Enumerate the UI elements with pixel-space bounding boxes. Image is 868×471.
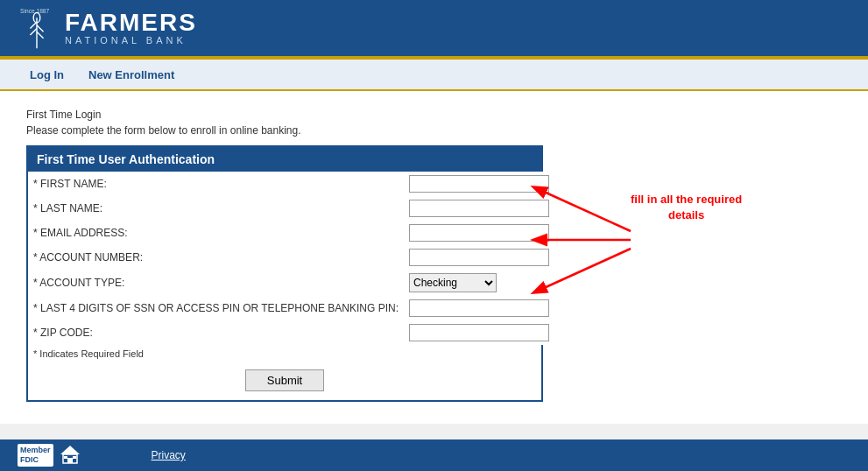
- nav-bar: Log In New Enrollment: [0, 60, 868, 91]
- equal-housing-icon: [59, 444, 81, 467]
- account-number-label: * ACCOUNT NUMBER:: [28, 245, 404, 270]
- required-note: * Indicates Required Field: [28, 345, 541, 362]
- table-row: * ACCOUNT TYPE: Checking Savings: [28, 270, 554, 296]
- logo-text: FARMERS NATIONAL BANK: [65, 11, 197, 46]
- page-description: Please complete the form below to enroll…: [26, 124, 842, 137]
- account-type-select[interactable]: Checking Savings: [409, 273, 497, 292]
- fdic-badge: Member FDIC: [18, 444, 53, 467]
- table-row: * ZIP CODE:: [28, 320, 554, 345]
- ssn-pin-label: * LAST 4 DIGITS OF SSN OR ACCESS PIN OR …: [28, 296, 404, 320]
- svg-rect-14: [64, 456, 67, 459]
- logo-farmers-text: FARMERS: [65, 11, 197, 35]
- fdic-text: FDIC: [20, 455, 51, 465]
- fdic-area: Member FDIC: [18, 444, 81, 467]
- annotation-line2: details: [668, 208, 704, 221]
- svg-rect-13: [67, 458, 73, 463]
- annotation-text: fill in all the required details: [631, 192, 742, 223]
- svg-marker-11: [60, 446, 80, 454]
- table-row: * LAST 4 DIGITS OF SSN OR ACCESS PIN OR …: [28, 296, 554, 320]
- svg-line-8: [534, 187, 631, 231]
- page-subtitle: First Time Login: [26, 109, 842, 121]
- nav-login[interactable]: Log In: [18, 61, 76, 88]
- main-content: First Time Login Please complete the for…: [0, 91, 868, 424]
- email-label: * EMAIL ADDRESS:: [28, 221, 404, 245]
- zip-code-label: * ZIP CODE:: [28, 320, 404, 345]
- last-name-label: * LAST NAME:: [28, 196, 404, 221]
- svg-line-10: [534, 249, 631, 292]
- logo-emblem-icon: Since 1887: [18, 5, 56, 51]
- form-title: First Time User Authentication: [28, 147, 541, 172]
- table-row: * FIRST NAME:: [28, 172, 554, 196]
- footer-privacy[interactable]: Privacy: [152, 449, 186, 461]
- first-name-label: * FIRST NAME:: [28, 172, 404, 196]
- svg-line-4: [30, 28, 37, 35]
- logo-area: Since 1887 FARMERS NATIONAL BANK: [18, 5, 197, 51]
- footer: Member FDIC Privacy: [0, 439, 868, 471]
- header: Since 1887 FARMERS NATIONAL BANK: [0, 0, 868, 60]
- table-row: * EMAIL ADDRESS:: [28, 221, 554, 245]
- form-box: First Time User Authentication * FIRST N…: [26, 145, 543, 402]
- form-table: * FIRST NAME: * LAST NAME: * EMAIL ADDRE…: [28, 172, 554, 345]
- account-type-label: * ACCOUNT TYPE:: [28, 270, 404, 296]
- svg-line-5: [37, 32, 44, 39]
- svg-rect-15: [73, 456, 76, 459]
- logo-national-text: NATIONAL BANK: [65, 35, 197, 46]
- table-row: * ACCOUNT NUMBER:: [28, 245, 554, 270]
- nav-enrollment[interactable]: New Enrollment: [76, 61, 187, 88]
- submit-button[interactable]: Submit: [245, 369, 324, 391]
- member-text: Member: [20, 446, 51, 455]
- svg-line-3: [37, 25, 44, 32]
- submit-row: Submit: [28, 362, 541, 400]
- annotation-line1: fill in all the required: [631, 193, 742, 206]
- table-row: * LAST NAME:: [28, 196, 554, 221]
